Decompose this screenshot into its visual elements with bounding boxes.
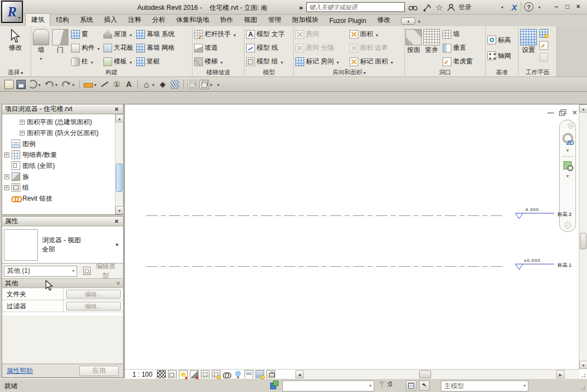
tag-room-button[interactable]: 标记 房间: [294, 55, 348, 68]
tree-item-area-plan-fire[interactable]: 面积平面 (防火分区面积): [2, 127, 115, 138]
section-header-other[interactable]: 其他 «: [2, 278, 123, 288]
redo-button[interactable]: [60, 78, 77, 90]
drawing-area[interactable]: — ✕ × 2D ▼ ▼ – 4.000 标高 2 ±0.000: [124, 104, 587, 378]
shadows-icon[interactable]: [190, 370, 199, 379]
temporary-view-properties-icon[interactable]: [245, 370, 253, 379]
properties-help-link[interactable]: 属性帮助: [7, 366, 33, 376]
room-separator-button[interactable]: 房间 分隔: [294, 41, 348, 55]
temporary-hide-isolate-icon[interactable]: [223, 370, 231, 379]
canvas-vertical-scrollbar[interactable]: ▲ ▼: [579, 104, 587, 369]
tree-item-sheets[interactable]: 图纸 (全部): [2, 160, 115, 171]
default-3d-view-button[interactable]: ⌂: [141, 78, 156, 90]
search-binoculars-icon[interactable]: [407, 2, 419, 13]
column-button[interactable]: 柱: [70, 55, 102, 68]
synchronize-button[interactable]: [27, 78, 43, 90]
ref-plane-button[interactable]: [538, 40, 549, 50]
signin-dropdown-icon[interactable]: [500, 2, 504, 13]
ribbon-minimize-button[interactable]: ▲: [401, 17, 415, 25]
scroll-up-button[interactable]: ▲: [579, 104, 587, 113]
search-input[interactable]: [306, 2, 405, 12]
tab-addins[interactable]: 附加模块: [287, 14, 324, 26]
type-selector[interactable]: 浏览器 - 视图 全部 ▼: [2, 226, 123, 264]
tag-area-button[interactable]: 标记 面积: [348, 55, 395, 68]
model-text-button[interactable]: 模型 文字: [245, 27, 286, 41]
vertical-opening-button[interactable]: 垂直: [441, 41, 474, 55]
tab-view[interactable]: 视图: [239, 14, 263, 26]
project-browser-close-icon[interactable]: ×: [113, 106, 120, 113]
save-button[interactable]: [15, 78, 27, 90]
tab-structure[interactable]: 结构: [50, 14, 74, 26]
tab-systems[interactable]: 系统: [74, 14, 98, 26]
tab-analyze[interactable]: 分析: [147, 14, 171, 26]
crop-view-icon[interactable]: [201, 370, 210, 379]
view-close-button[interactable]: ✕: [571, 109, 578, 116]
expand-plus-icon[interactable]: [4, 174, 9, 179]
opening-by-face-button[interactable]: 按面: [405, 27, 422, 68]
tree-item-revit-links[interactable]: Revit 链接: [2, 193, 115, 204]
show-workplane-button[interactable]: [538, 28, 549, 38]
editable-only-button[interactable]: [406, 381, 416, 391]
design-option-select[interactable]: 主模型: [441, 381, 528, 391]
canvas-horizontal-scrollbar[interactable]: ◀ ▶: [295, 370, 565, 379]
area-button[interactable]: 面积: [348, 27, 395, 41]
edit-folder-button[interactable]: 编辑...: [66, 290, 121, 299]
tab-architecture[interactable]: 建筑: [25, 13, 50, 26]
room-button[interactable]: 房间: [294, 27, 348, 41]
edit-filter-button[interactable]: 编辑...: [66, 302, 121, 311]
project-browser-header[interactable]: 项目浏览器 - 住宅楼.rvt ×: [2, 104, 123, 114]
application-menu-button[interactable]: R: [1, 1, 23, 23]
curtain-grid-button[interactable]: 幕墙 网格: [135, 41, 176, 55]
expand-plus-icon[interactable]: [4, 185, 9, 190]
maximize-button[interactable]: □: [562, 2, 572, 11]
communication-center-icon[interactable]: [421, 2, 433, 13]
roof-button[interactable]: 屋顶: [102, 27, 135, 41]
tab-modify[interactable]: 修改: [371, 14, 396, 26]
zoom-dropdown-icon[interactable]: ▼: [566, 174, 570, 179]
dormer-opening-button[interactable]: 老虎窗: [441, 55, 474, 68]
detail-level-icon[interactable]: [157, 370, 166, 379]
wheel-dropdown-icon[interactable]: ▼: [566, 148, 570, 153]
tab-collaborate[interactable]: 协作: [214, 14, 239, 26]
stair-button[interactable]: 楼梯: [193, 55, 238, 68]
scroll-thumb[interactable]: [419, 370, 431, 378]
floor-button[interactable]: 楼板: [102, 55, 135, 68]
tab-manage[interactable]: 管理: [263, 14, 287, 26]
crop-region-visibility-icon[interactable]: [212, 370, 220, 379]
window-button[interactable]: 窗: [70, 27, 102, 41]
wall-button[interactable]: 墙: [32, 27, 50, 68]
model-group-button[interactable]: 模型 组: [245, 55, 286, 68]
tab-fuzor-plugin[interactable]: Fuzor Plugin: [324, 15, 371, 26]
mullion-button[interactable]: 竖梃: [135, 55, 176, 68]
expand-plus-icon[interactable]: [20, 131, 25, 136]
model-line-button[interactable]: 模型 线: [245, 41, 286, 55]
ribbon-minimize-dropdown-icon[interactable]: [417, 17, 421, 25]
shaft-opening-button[interactable]: 竖井: [422, 27, 441, 68]
area-boundary-button[interactable]: 面积 边界: [348, 41, 395, 55]
expand-plus-icon[interactable]: [4, 153, 9, 157]
modify-button[interactable]: 修改: [8, 27, 23, 68]
tree-item-schedules[interactable]: 明细表/数量: [2, 149, 115, 160]
level-2-annotation[interactable]: 4.000 标高 2: [146, 206, 584, 220]
undo-button[interactable]: [43, 78, 60, 90]
edit-type-button[interactable]: 编辑类型: [80, 266, 121, 277]
scroll-down-button[interactable]: ▼: [115, 206, 124, 214]
favorites-star-icon[interactable]: ☆: [434, 2, 445, 13]
qat-customize-button[interactable]: [215, 78, 222, 90]
tree-item-families[interactable]: 族: [2, 171, 115, 182]
expand-plus-icon[interactable]: [20, 120, 25, 125]
zoom-icon[interactable]: [563, 161, 572, 169]
scroll-down-button[interactable]: ▼: [579, 361, 587, 369]
wall-opening-button[interactable]: 墙: [441, 27, 474, 41]
search-expand-icon[interactable]: ▸: [300, 2, 304, 13]
apply-button[interactable]: 应用: [79, 366, 119, 376]
close-button[interactable]: ×: [573, 2, 583, 11]
level-1-annotation[interactable]: ±0.000 标高 1: [146, 256, 584, 271]
tab-insert[interactable]: 插入: [98, 14, 123, 26]
component-button[interactable]: 构件: [70, 41, 102, 55]
panel-label-room-area[interactable]: 房间和面积: [294, 68, 404, 77]
door-button[interactable]: 门: [51, 27, 69, 68]
view-minimize-button[interactable]: —: [547, 109, 554, 116]
switch-windows-button[interactable]: [199, 78, 214, 90]
selection-filter-button[interactable]: :0: [379, 381, 392, 388]
set-workplane-button[interactable]: 设置: [519, 27, 538, 68]
